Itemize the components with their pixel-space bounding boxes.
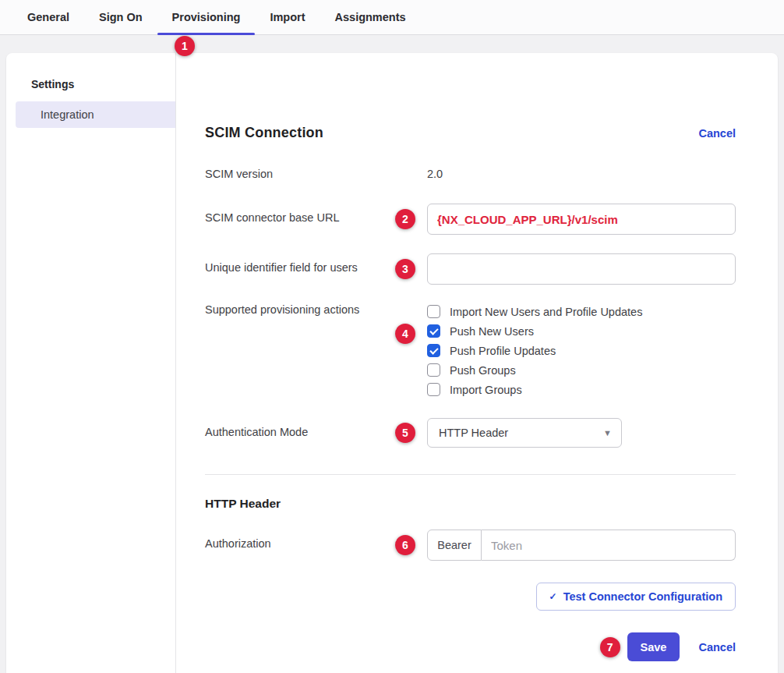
tab-import[interactable]: Import [255, 0, 320, 34]
tab-provisioning[interactable]: Provisioning [157, 0, 256, 34]
checkbox-push-groups[interactable] [427, 363, 440, 377]
checkbox-row-push-groups[interactable]: Push Groups [427, 363, 736, 377]
tab-sign-on[interactable]: Sign On [84, 0, 157, 34]
tab-assignments[interactable]: Assignments [320, 0, 421, 34]
checkbox-label: Import Groups [450, 384, 522, 396]
scim-version-value: 2.0 [427, 168, 736, 180]
cancel-link-top[interactable]: Cancel [698, 127, 736, 140]
annotation-badge-5: 5 [395, 423, 415, 443]
test-connector-label: Test Connector Configuration [563, 590, 722, 603]
section-divider [205, 474, 736, 475]
save-button[interactable]: Save [627, 632, 680, 661]
checkbox-row-import-groups[interactable]: Import Groups [427, 383, 736, 396]
unique-id-label: Unique identifier field for users [205, 253, 427, 274]
provisioning-actions-label: Supported provisioning actions [205, 303, 427, 316]
checkbox-label: Push New Users [450, 325, 534, 338]
app-tab-bar: General Sign On Provisioning Import Assi… [0, 0, 784, 35]
auth-mode-select[interactable]: HTTP Header ▼ [427, 418, 622, 448]
checkbox-label: Import New Users and Profile Updates [450, 306, 642, 318]
scim-connection-form: SCIM Connection Cancel SCIM version 2.0 … [176, 53, 778, 673]
auth-mode-value: HTTP Header [439, 427, 508, 439]
checkbox-row-push-profile-updates[interactable]: Push Profile Updates [427, 344, 736, 357]
provisioning-actions-list: Import New Users and Profile Updates Pus… [427, 303, 736, 396]
checkbox-row-push-new-users[interactable]: Push New Users [427, 324, 736, 338]
tab-general[interactable]: General [12, 0, 84, 34]
annotation-badge-2: 2 [395, 209, 415, 229]
provisioning-card: Settings Integration SCIM Connection Can… [6, 53, 778, 673]
checkbox-import-new-users[interactable] [427, 305, 440, 318]
sidebar-title: Settings [6, 78, 175, 90]
checkbox-push-profile-updates[interactable] [427, 344, 440, 357]
annotation-badge-4: 4 [395, 324, 415, 344]
page-title: SCIM Connection [205, 125, 323, 141]
auth-mode-label: Authentication Mode [205, 418, 427, 438]
checkbox-label: Push Profile Updates [450, 345, 556, 357]
scim-version-label: SCIM version [205, 168, 427, 180]
sidebar-item-integration[interactable]: Integration [16, 101, 175, 128]
annotation-badge-1: 1 [175, 36, 195, 56]
http-header-heading: HTTP Header [205, 497, 736, 511]
checkbox-import-groups[interactable] [427, 383, 440, 396]
test-connector-button[interactable]: ✓ Test Connector Configuration [536, 583, 736, 611]
auth-prefix-bearer: Bearer [427, 530, 482, 561]
base-url-input[interactable] [427, 204, 736, 235]
checkbox-label: Push Groups [450, 364, 516, 377]
authorization-label: Authorization [205, 530, 427, 550]
checkbox-row-import-new-users[interactable]: Import New Users and Profile Updates [427, 305, 736, 318]
check-icon: ✓ [549, 591, 557, 602]
base-url-label: SCIM connector base URL [205, 204, 427, 224]
annotation-badge-6: 6 [395, 535, 415, 555]
unique-id-input[interactable] [427, 253, 736, 285]
checkbox-push-new-users[interactable] [427, 324, 440, 338]
cancel-link-bottom[interactable]: Cancel [698, 641, 736, 654]
settings-sidebar: Settings Integration [6, 53, 176, 673]
annotation-badge-3: 3 [395, 259, 415, 279]
chevron-down-icon: ▼ [603, 428, 612, 437]
token-input[interactable] [482, 530, 736, 561]
annotation-badge-7: 7 [600, 637, 620, 657]
